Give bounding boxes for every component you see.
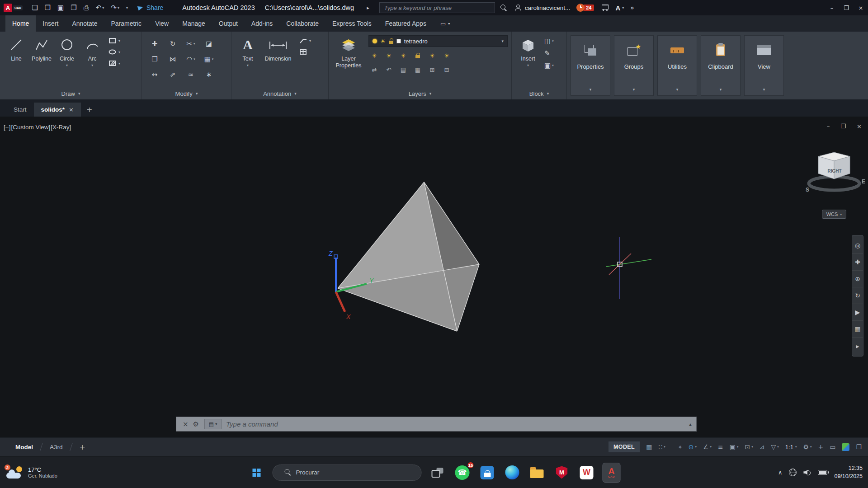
- 3d-object-snap-toggle[interactable]: ⊡: [745, 443, 753, 450]
- help-search-box[interactable]: [379, 2, 495, 13]
- wcs-dropdown[interactable]: WCS: [822, 210, 846, 219]
- copy-tool[interactable]: ❐: [151, 55, 157, 63]
- layer-freeze-icon[interactable]: ☀: [380, 38, 386, 45]
- volume-icon[interactable]: [803, 469, 811, 476]
- viewport-visual-style-control[interactable]: [X-Ray]: [51, 124, 71, 131]
- file-explorer-app[interactable]: [528, 464, 546, 482]
- restore-button[interactable]: [839, 0, 854, 15]
- autocad-app-active[interactable]: A CAD: [603, 464, 621, 482]
- erase-tool[interactable]: ◪: [206, 40, 212, 48]
- viewcube-face-label[interactable]: RIGHT: [827, 169, 841, 174]
- command-close-icon[interactable]: [183, 420, 189, 428]
- layer-previous-tool[interactable]: ↶: [383, 64, 395, 75]
- orbit-button[interactable]: ↻: [852, 287, 863, 304]
- layer-color-swatch[interactable]: [396, 39, 401, 43]
- annotation-scale-button[interactable]: 1:1: [785, 444, 797, 450]
- object-snap-dropdown-icon[interactable]: [695, 445, 697, 449]
- edge-app[interactable]: [503, 464, 521, 482]
- weather-widget[interactable]: 2 17°C Ger. Nublado: [6, 456, 57, 488]
- full-navigation-wheel-button[interactable]: ◎: [852, 237, 863, 254]
- microsoft-store-app[interactable]: [478, 464, 496, 482]
- clipboard-panel-button[interactable]: Clipboard: [701, 35, 741, 96]
- trim-tool[interactable]: ✂: [186, 40, 195, 48]
- 3d-object-snap-dropdown-icon[interactable]: [751, 445, 753, 449]
- overflow-chevrons-icon[interactable]: [630, 4, 634, 11]
- redo-button[interactable]: ↷: [111, 4, 119, 12]
- pan-button[interactable]: ✚: [852, 254, 863, 271]
- account-menu[interactable]: carolinacvicent...: [514, 5, 571, 11]
- tab-output[interactable]: Output: [212, 15, 245, 32]
- arc-tool[interactable]: Arc: [80, 35, 105, 88]
- share-button[interactable]: Share: [138, 4, 163, 11]
- layer-dropdown-icon[interactable]: [501, 39, 504, 43]
- polyline-tool[interactable]: Polyline: [29, 35, 54, 88]
- layer-unisolate-tool[interactable]: ☀: [441, 50, 453, 61]
- minimize-button[interactable]: [825, 0, 839, 15]
- autocad-app-menu[interactable]: A CAD: [0, 4, 26, 12]
- help-search-input[interactable]: [384, 5, 490, 11]
- line-tool[interactable]: Line: [4, 35, 29, 88]
- scale-tool[interactable]: ⇗: [170, 70, 176, 79]
- layer-on-tool[interactable]: ☀: [426, 50, 438, 61]
- draw-panel-label[interactable]: Draw: [0, 88, 142, 99]
- showmotion-button[interactable]: ▶: [852, 304, 863, 321]
- file-tab-start[interactable]: Start: [6, 103, 34, 117]
- layer-lock-icon[interactable]: [389, 38, 393, 44]
- command-history-icon[interactable]: [689, 421, 692, 427]
- zoom-button[interactable]: ⊕: [852, 271, 863, 287]
- tab-view[interactable]: View: [148, 15, 175, 32]
- layer-states-tool[interactable]: ▤: [397, 64, 409, 75]
- taskbar-search-input[interactable]: [296, 469, 415, 476]
- modify-panel-label[interactable]: Modify: [142, 88, 231, 99]
- layer-on-off-icon[interactable]: [373, 39, 377, 43]
- new-drawing-tab-button[interactable]: [86, 105, 92, 114]
- object-snap-toggle[interactable]: ⊙: [689, 443, 697, 450]
- insert-block-tool[interactable]: Insert: [515, 35, 541, 88]
- circle-dropdown-icon[interactable]: [66, 63, 68, 67]
- layer-properties-button[interactable]: Layer Properties: [332, 35, 365, 88]
- layer-dropdown[interactable]: ☀ tetraedro: [368, 35, 508, 47]
- properties-panel-button[interactable]: Properties: [571, 35, 610, 96]
- undo-dropdown-icon[interactable]: [102, 6, 104, 10]
- tab-parametric[interactable]: Parametric: [104, 15, 148, 32]
- viewcube-compass-south[interactable]: S: [806, 187, 809, 193]
- leader-tool[interactable]: [299, 37, 311, 44]
- tab-insert[interactable]: Insert: [36, 15, 65, 32]
- layer-match-tool[interactable]: ⇄: [368, 64, 380, 75]
- tab-featured-apps[interactable]: Featured Apps: [378, 15, 433, 32]
- file-tab-solidos[interactable]: solidos*: [34, 103, 81, 117]
- w-office-app[interactable]: W: [578, 464, 596, 482]
- viewport-view-control[interactable]: [Custom View]: [11, 124, 50, 131]
- stretch-tool[interactable]: ↔: [152, 70, 158, 79]
- selection-filter-toggle[interactable]: ▽: [771, 443, 779, 450]
- layer-freeze-tool[interactable]: ☀: [397, 50, 409, 61]
- grid-display-toggle[interactable]: ▦: [646, 443, 652, 450]
- tab-add-ins[interactable]: Add-ins: [245, 15, 279, 32]
- tab-home[interactable]: Home: [5, 15, 36, 32]
- doc-restore-button[interactable]: [840, 123, 846, 130]
- offset-tool[interactable]: ≈: [188, 70, 194, 79]
- circle-tool[interactable]: Circle: [54, 35, 80, 88]
- layer-off-tool[interactable]: ☀: [368, 50, 380, 61]
- selection-cycling-dropdown-icon[interactable]: [737, 445, 739, 449]
- view-panel-button[interactable]: View: [744, 35, 784, 96]
- doc-minimize-button[interactable]: [827, 123, 830, 130]
- a3rd-layout-tab[interactable]: A3rd: [50, 444, 63, 450]
- array-tool[interactable]: ▦: [204, 55, 214, 63]
- open-file-icon[interactable]: ❒: [45, 4, 51, 12]
- taskbar-search[interactable]: [273, 465, 422, 481]
- tab-express-tools[interactable]: Express Tools: [326, 15, 378, 32]
- cart-icon[interactable]: [601, 5, 609, 11]
- layer-walk-tool[interactable]: ▦: [412, 64, 424, 75]
- dynamic-input-toggle[interactable]: ⌖: [679, 443, 682, 451]
- save-icon[interactable]: ▣: [57, 4, 64, 12]
- block-editor-tool[interactable]: ✎: [544, 49, 554, 57]
- ribbon-display-toggle[interactable]: [440, 15, 450, 32]
- move-tool[interactable]: ✚: [152, 40, 158, 48]
- mirror-tool[interactable]: ⋈: [170, 55, 176, 63]
- redo-dropdown-icon[interactable]: [118, 6, 119, 10]
- isolate-objects-button[interactable]: [830, 443, 835, 450]
- recent-commands-button[interactable]: ▤: [204, 419, 222, 429]
- viewcube-compass-east[interactable]: E: [862, 178, 865, 185]
- print-plot-icon[interactable]: ⎙: [84, 4, 89, 12]
